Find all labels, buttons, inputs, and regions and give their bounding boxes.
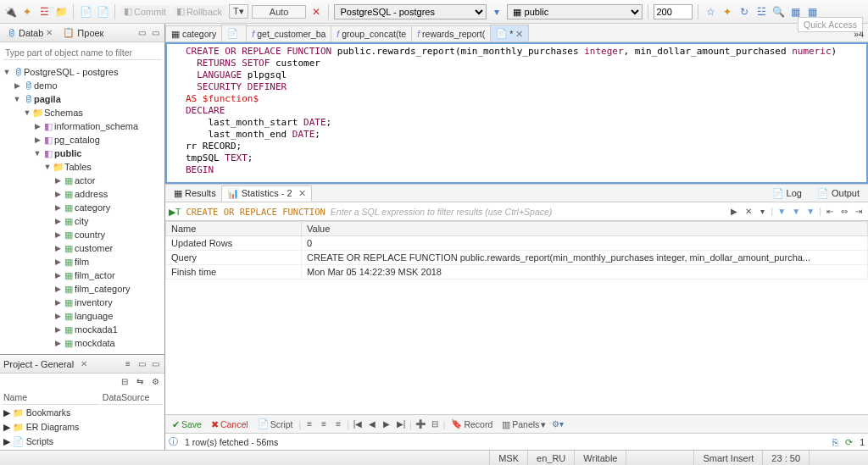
script-button[interactable]: 📄Script	[254, 418, 297, 429]
tree-node[interactable]: ▶▦mockada1	[0, 323, 164, 336]
project-item[interactable]: ▶ 📁 ER Diagrams	[2, 421, 163, 434]
minimize-icon[interactable]: ▭	[136, 358, 147, 370]
tree-node[interactable]: ▶▦actor	[0, 174, 164, 187]
tab-projects[interactable]: 📋Проек	[59, 27, 107, 38]
filter3-icon[interactable]: ▼	[804, 206, 816, 218]
tree-node[interactable]: ▶◧pg_catalog	[0, 133, 164, 147]
result-row[interactable]: Finish timeMon Mar 05 14:22:39 MSK 2018	[166, 265, 868, 280]
tree-node[interactable]: ▼🛢pagila	[0, 92, 164, 106]
tree-node[interactable]: ▶▦inventory	[0, 296, 164, 309]
txn-mode-button[interactable]: T▾	[229, 4, 248, 19]
record-button[interactable]: 🔖Record	[448, 418, 496, 429]
tree-node[interactable]: ▼📁Tables	[0, 160, 164, 174]
rollback-button[interactable]: ◧Rollback	[173, 6, 225, 17]
log-button[interactable]: 📄Log	[767, 186, 807, 201]
tree-node[interactable]: ▶▦city	[0, 214, 164, 228]
limit-input[interactable]	[654, 4, 693, 19]
folder-icon[interactable]: 📁	[54, 5, 68, 19]
quick-access-field[interactable]: Quick Access	[798, 17, 863, 32]
tree-node[interactable]: ▶▦address	[0, 187, 164, 201]
tree-node[interactable]: ▶◧information_schema	[0, 119, 164, 133]
cancel-button[interactable]: ✖Cancel	[208, 419, 252, 429]
collapse-all-icon[interactable]: ⊟	[119, 375, 131, 387]
tab-results[interactable]: ▦Results	[169, 186, 221, 201]
auto-commit-button[interactable]: Auto	[252, 5, 307, 19]
maximize-icon[interactable]: ▭	[149, 27, 161, 39]
editor-tab[interactable]: f rewards_report(	[411, 25, 491, 42]
wand-icon[interactable]: ☲	[37, 5, 51, 19]
save-button[interactable]: ✔Save	[169, 419, 205, 429]
tree-node[interactable]: ▼◧public	[0, 147, 164, 160]
edit1-icon[interactable]: ≡	[303, 418, 315, 430]
output-button[interactable]: 📄Output	[812, 186, 865, 201]
tab-statistics[interactable]: 📊Statistics - 2✕	[221, 185, 312, 202]
next-icon[interactable]: ▶	[381, 418, 392, 430]
tree-node[interactable]: ▼📁Schemas	[0, 106, 164, 119]
panel-left-icon[interactable]: ⇤	[824, 206, 836, 218]
tree-node[interactable]: ▶🛢demo	[0, 79, 164, 92]
tree-node[interactable]: ▶▦film_actor	[0, 268, 164, 282]
database-tree[interactable]: ▼🛢PostgreSQL - postgres▶🛢demo▼🛢pagila▼📁S…	[0, 64, 164, 354]
editor-tab[interactable]: f group_concat(te	[331, 25, 412, 42]
tree-node[interactable]: ▶▦customer	[0, 241, 164, 255]
sql-editor-icon[interactable]: 📄	[79, 5, 92, 19]
edit3-icon[interactable]: ≡	[332, 418, 344, 430]
panel-both-icon[interactable]: ⇔	[838, 206, 850, 218]
commit-button[interactable]: ◧Commit	[120, 6, 170, 17]
tree-node[interactable]: ▶▦language	[0, 309, 164, 323]
last-icon[interactable]: ▶|	[395, 418, 407, 430]
new-connection-icon[interactable]: 🔌	[3, 5, 17, 19]
tool1-icon[interactable]: ☆	[704, 5, 717, 19]
link-icon[interactable]: ⇆	[134, 375, 146, 387]
tree-node[interactable]: ▶▦mockdata	[0, 336, 164, 350]
settings-icon[interactable]: ⚙▾	[552, 418, 564, 430]
maximize-icon[interactable]: ▭	[149, 358, 161, 370]
filter1-icon[interactable]: ▼	[776, 206, 787, 218]
filter2-icon[interactable]: ▼	[790, 206, 802, 218]
object-filter-input[interactable]	[3, 46, 161, 60]
close-icon[interactable]: ✕	[46, 28, 53, 37]
tree-node[interactable]: ▶▦film	[0, 255, 164, 268]
panel-right-icon[interactable]: ⇥	[853, 206, 865, 218]
view-menu-icon[interactable]: ≡	[122, 358, 134, 370]
editor-tab[interactable]: 📄	[221, 25, 247, 42]
clear-filter-icon[interactable]: ✕	[743, 206, 754, 218]
sql-editor[interactable]: CREATE OR REPLACE FUNCTION public.reward…	[165, 42, 868, 184]
stop-icon[interactable]: ✕	[309, 5, 323, 19]
edit2-icon[interactable]: ≡	[318, 418, 330, 430]
export-icon[interactable]: ⎘	[832, 437, 838, 447]
result-row[interactable]: QueryCREATE OR REPLACE FUNCTION public.r…	[166, 251, 868, 265]
execute-icon[interactable]: ▶T	[169, 207, 181, 217]
tree-node[interactable]: ▶▦country	[0, 228, 164, 241]
prev-icon[interactable]: ◀	[366, 418, 378, 430]
refresh-icon[interactable]: ⟳	[845, 437, 853, 447]
editor-tab[interactable]: 📄 * ✕	[490, 25, 529, 42]
connection-select[interactable]: PostgreSQL - postgres	[334, 4, 487, 19]
apply-filter-icon[interactable]: ▶	[728, 206, 740, 218]
filter-hint[interactable]: Enter a SQL expression to filter results…	[331, 207, 723, 217]
refresh-connection-icon[interactable]: ▾	[490, 5, 504, 19]
config-icon[interactable]: ⚙	[149, 375, 161, 387]
first-icon[interactable]: |◀	[352, 418, 364, 430]
editor-tab[interactable]: ▦ category	[165, 25, 222, 42]
tab-database-navigator[interactable]: 🛢Datab✕	[3, 28, 56, 38]
project-item[interactable]: ▶ 📁 Bookmarks	[2, 407, 163, 419]
tree-node[interactable]: ▼🛢PostgreSQL - postgres	[0, 65, 164, 79]
new-sql-icon[interactable]: ✦	[20, 5, 34, 19]
panels-button[interactable]: ▥Panels▾	[498, 419, 549, 429]
tree-node[interactable]: ▶▦film_category	[0, 282, 164, 296]
tool4-icon[interactable]: ☳	[754, 5, 768, 19]
script-icon[interactable]: 📄	[96, 5, 109, 19]
project-item[interactable]: ▶ 📄 Scripts	[2, 435, 163, 448]
history-icon[interactable]: ▾	[757, 206, 769, 218]
close-icon[interactable]: ✕	[81, 359, 87, 368]
delete-row-icon[interactable]: ⊟	[429, 418, 441, 430]
editor-tab[interactable]: f get_customer_ba	[246, 25, 331, 42]
tree-node[interactable]: ▶▦category	[0, 201, 164, 214]
schema-select[interactable]: ▦ public	[507, 4, 643, 19]
close-icon[interactable]: ✕	[515, 29, 523, 39]
search-icon[interactable]: 🔍	[771, 5, 785, 19]
add-row-icon[interactable]: ➕	[415, 418, 426, 430]
minimize-icon[interactable]: ▭	[136, 27, 147, 39]
result-row[interactable]: Updated Rows0	[166, 236, 868, 251]
